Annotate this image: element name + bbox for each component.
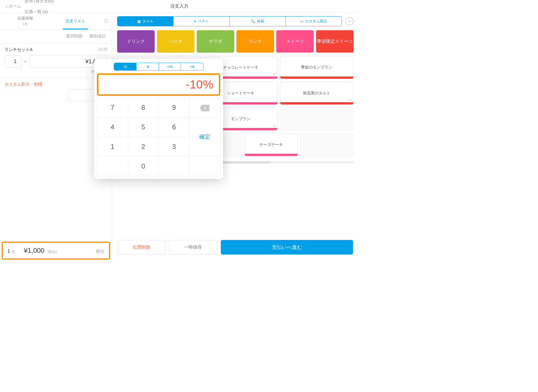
seg-tile[interactable]: ▦ タイル [117,17,173,26]
cat-seasonal[interactable]: 季節限定スイーツ [316,30,354,53]
tile-fig-tart[interactable]: 無花果のタルト🛍 [280,82,354,105]
staff-label[interactable]: 担当 (青空太郎) [25,0,350,4]
delete-slip-button[interactable]: 伝票削除 [118,240,165,255]
type-plus-percent[interactable]: +% [159,63,181,70]
keypad-grid: 7 8 9 ✕ 4 5 6 確定 1 2 3 0 [97,97,220,176]
qty-input[interactable]: 1 [4,55,21,67]
gear-icon[interactable]: ⟳ [345,17,354,25]
receipt-icon[interactable]: ☰ [101,13,112,29]
key-1[interactable]: 1 [97,137,128,157]
tile-empty [300,133,354,156]
item-name: ランチセットA [4,47,33,52]
tab-order-list[interactable]: 注文リスト [50,13,101,29]
key-0[interactable]: 0 [128,157,159,176]
key-7[interactable]: 7 [97,98,128,117]
seg-search[interactable]: 🔍 検索 [230,17,286,26]
save-temp-button[interactable]: 一時保存 [169,240,217,255]
key-2[interactable]: 2 [128,137,159,157]
cat-drink[interactable]: ドリンク [117,30,155,53]
key-3[interactable]: 3 [159,137,189,157]
key-6[interactable]: 6 [159,117,189,137]
key-8[interactable]: 8 [128,98,159,117]
back-label: ホーム [9,4,21,9]
tile-empty [280,108,354,130]
delete-selected[interactable]: 選択削除 [66,34,83,39]
key-4[interactable]: 4 [97,117,128,137]
seg-list[interactable]: ≡ リスト [173,17,229,26]
discount-keypad: -% -¥ +% +¥ -10% 7 8 9 ✕ 4 5 6 確定 1 2 3 … [94,59,223,179]
type-plus-yen[interactable]: +¥ [181,63,203,70]
chevron-left-icon: ‹ [6,3,8,10]
view-segment: ▦ タイル ≡ リスト 🔍 検索 ▭ カスタム商品 [117,16,342,26]
key-5[interactable]: 5 [128,117,159,137]
discount-button[interactable]: 割引 [96,249,105,254]
totals-bar[interactable]: 1 点 ¥1,000 (税込) 割引 [2,242,110,260]
cat-salad[interactable]: サラダ [197,30,234,53]
discount-label: カスタム割引・割増 [4,82,107,87]
split-bill[interactable]: 個別会計 [89,34,106,39]
item-time: 11:23 [98,47,107,52]
category-row: ドリンク パスタ サラダ ランチ スイーツ 季節限定スイーツ [115,29,355,56]
multiply-icon: × [24,59,27,64]
proceed-payment-button[interactable]: 支払いへ進む [221,240,353,255]
tab-slip-info[interactable]: 伝票情報 1名 [0,13,50,29]
total-amount: ¥1,000 [24,247,44,255]
back-home[interactable]: ‹ ホーム [6,3,21,10]
key-confirm[interactable]: 確定 [189,117,220,157]
keypad-display: -10% [97,73,220,96]
type-minus-yen[interactable]: -¥ [136,63,159,70]
cat-sweets[interactable]: スイーツ [276,30,314,53]
item-tax-note: 標準税率 (1 [4,69,107,74]
backspace-icon: ✕ [200,105,210,111]
tile-cheesecake[interactable]: チーズケーキ [245,133,298,156]
key-backspace[interactable]: ✕ [189,98,220,117]
key-9[interactable]: 9 [159,98,189,117]
cat-pasta[interactable]: パスタ [157,30,194,53]
type-minus-percent[interactable]: -% [114,63,136,70]
header-bar: ‹ ホーム 注文入力 担当 (青空太郎) 伝票一覧 (4) [0,0,359,13]
seg-custom[interactable]: ▭ カスタム商品 [286,17,342,26]
discount-type-segment: -% -¥ +% +¥ [114,63,203,71]
cat-lunch[interactable]: ランチ [236,30,274,53]
tile-seasonal-montblanc[interactable]: 季節のモンブラン [280,56,354,79]
